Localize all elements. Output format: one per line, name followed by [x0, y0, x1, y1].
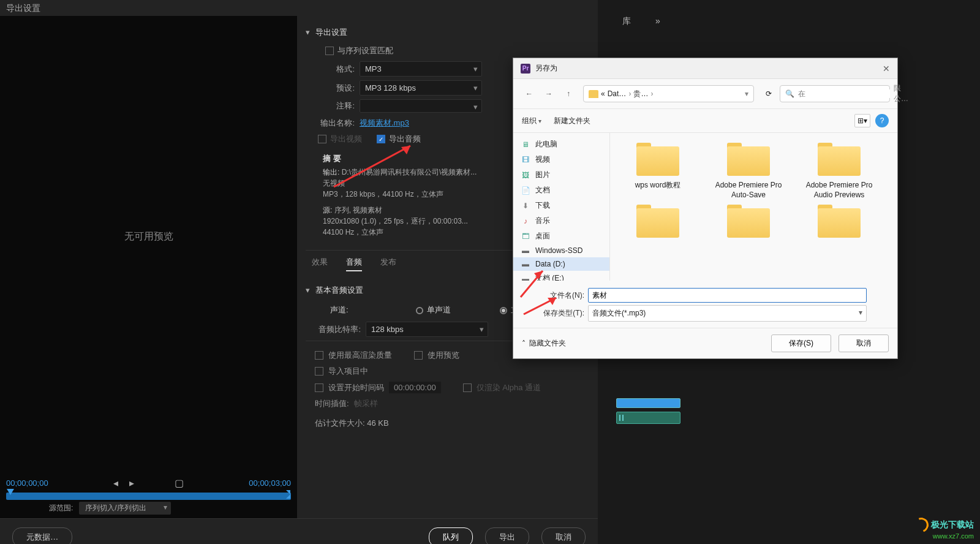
source-range-select[interactable]: 序列切入/序列切出	[79, 502, 170, 515]
filetype-select[interactable]: 音频文件(*.mp3)	[588, 305, 867, 322]
nav-forward-icon[interactable]: →	[540, 85, 557, 102]
tree-data-d[interactable]: ▬Data (D:)	[513, 257, 609, 271]
next-frame-icon[interactable]: ▸	[129, 477, 134, 489]
chevron-down-icon[interactable]: ▾	[745, 89, 748, 98]
time-start: 00;00;00;00	[6, 478, 48, 488]
nav-up-icon[interactable]: ↑	[560, 85, 577, 102]
comment-label: 注释:	[306, 100, 355, 111]
export-settings-section[interactable]: ▾导出设置	[306, 25, 594, 40]
max-quality-checkbox[interactable]	[315, 351, 323, 360]
tree-pictures[interactable]: 🖼图片	[513, 167, 609, 183]
source-range-label: 源范围:	[49, 503, 73, 513]
export-button-bar: 元数据… 队列 导出 取消	[0, 518, 598, 544]
max-quality-label: 使用最高渲染质量	[328, 350, 392, 361]
folder-grid: wps word教程 Adobe Premiere Pro Auto-Save …	[610, 133, 897, 281]
export-audio-checkbox[interactable]: ✓	[377, 135, 385, 143]
help-icon[interactable]: ?	[875, 114, 889, 127]
app-header: 库 »	[598, 0, 980, 43]
refresh-icon[interactable]: ⟳	[760, 85, 777, 102]
audio-clip[interactable]	[616, 412, 680, 424]
tree-windows-ssd[interactable]: ▬Windows-SSD	[513, 244, 609, 257]
nav-back-icon[interactable]: ←	[521, 85, 538, 102]
est-size-value: 46 KB	[367, 418, 388, 428]
new-folder-button[interactable]: 新建文件夹	[554, 116, 590, 126]
filename-label: 文件名(N):	[513, 290, 584, 301]
time-interp-select: 帧采样	[354, 398, 378, 409]
tab-publish[interactable]: 发布	[380, 257, 396, 271]
folder-tree: 🖥此电脑 🎞视频 🖼图片 📄文档 ⬇下载 ♪音乐 🗔桌面 ▬Windows-SS…	[513, 133, 610, 281]
bitrate-select[interactable]: 128 kbps	[366, 322, 488, 337]
preview-scrubber[interactable]	[6, 493, 291, 500]
tab-more[interactable]: »	[655, 16, 660, 27]
app-icon: Pr	[521, 64, 530, 74]
import-project-checkbox[interactable]	[315, 367, 323, 376]
tab-effects[interactable]: 效果	[312, 257, 328, 271]
filetype-label: 保存类型(T):	[513, 308, 584, 319]
prev-frame-icon[interactable]: ◂	[113, 477, 118, 489]
folder-item[interactable]: Adobe Premiere Pro Audio Previews	[796, 143, 882, 200]
match-sequence-checkbox[interactable]	[325, 47, 334, 55]
import-project-label: 导入项目中	[328, 366, 368, 377]
tree-music[interactable]: ♪音乐	[513, 213, 609, 229]
view-mode-button[interactable]: ⊞ ▾	[854, 114, 870, 127]
tree-documents[interactable]: 📄文档	[513, 183, 609, 198]
tree-this-pc[interactable]: 🖥此电脑	[513, 137, 609, 152]
radio-mono[interactable]: 单声道	[416, 304, 451, 315]
alpha-only-checkbox	[463, 383, 472, 392]
folder-icon	[589, 90, 598, 98]
preview-panel: 无可用预览 00;00;00;00 ◂ ▸ ▢ 00;00;03;00 源范围:…	[0, 16, 297, 518]
channel-label: 声道:	[330, 304, 367, 315]
organize-menu[interactable]: 组织	[522, 116, 541, 126]
save-as-dialog: Pr 另存为 ✕ ← → ↑ « Dat…› 贵…› ▾ ⟳ 🔍 限公… 组织 …	[513, 58, 898, 359]
watermark: 极光下载站 www.xz7.com	[914, 518, 974, 540]
folder-item[interactable]	[706, 205, 791, 243]
format-label: 格式:	[306, 64, 355, 75]
folder-item[interactable]	[796, 205, 882, 243]
metadata-button[interactable]: 元数据…	[12, 527, 72, 544]
cancel-button[interactable]: 取消	[541, 527, 586, 544]
close-icon[interactable]: ✕	[883, 64, 890, 74]
preset-select[interactable]: MP3 128 kbps	[360, 80, 482, 96]
export-video-checkbox[interactable]	[318, 135, 326, 143]
tree-video[interactable]: 🎞视频	[513, 152, 609, 167]
folder-item[interactable]: Adobe Premiere Pro Auto-Save	[706, 143, 791, 200]
folder-item[interactable]	[615, 205, 701, 243]
export-button[interactable]: 导出	[485, 527, 529, 544]
format-select[interactable]: MP3	[360, 61, 482, 77]
search-input[interactable]: 🔍 限公…	[780, 85, 890, 102]
preview-none-text: 无可用预览	[6, 22, 291, 451]
bitrate-label: 音频比特率:	[306, 324, 361, 335]
search-icon: 🔍	[785, 89, 794, 98]
filename-input[interactable]	[588, 288, 867, 303]
save-dialog-title: 另存为	[535, 63, 557, 74]
comment-input[interactable]	[360, 99, 482, 113]
folder-item[interactable]: wps word教程	[615, 143, 701, 200]
queue-button[interactable]: 队列	[429, 527, 473, 544]
breadcrumb[interactable]: « Dat…› 贵…› ▾	[583, 85, 754, 102]
tc-value[interactable]: 00:00:00:00	[389, 382, 441, 393]
output-name-label: 输出名称:	[306, 118, 355, 129]
tree-docs-e[interactable]: ▬文档 (E:)	[513, 271, 609, 281]
set-tc-label: 设置开始时间码	[328, 382, 384, 393]
output-name-link[interactable]: 视频素材.mp3	[360, 118, 409, 129]
export-dialog: 导出设置 无可用预览 00;00;00;00 ◂ ▸ ▢ 00;00;03;00…	[0, 0, 598, 544]
preset-label: 预设:	[306, 83, 355, 94]
video-clip[interactable]	[616, 398, 680, 408]
use-preview-checkbox[interactable]	[414, 351, 423, 360]
set-tc-checkbox[interactable]	[315, 383, 323, 392]
save-button[interactable]: 保存(S)	[771, 334, 831, 352]
time-end: 00;00;03;00	[249, 478, 291, 488]
export-video-label: 导出视频	[330, 134, 362, 145]
safe-margins-icon[interactable]: ▢	[175, 477, 184, 489]
hide-folders-toggle[interactable]: ˄隐藏文件夹	[522, 338, 566, 349]
tab-audio[interactable]: 音频	[346, 257, 362, 271]
export-title: 导出设置	[0, 0, 598, 16]
tree-desktop[interactable]: 🗔桌面	[513, 229, 609, 244]
tree-downloads[interactable]: ⬇下载	[513, 198, 609, 213]
alpha-only-label: 仅渲染 Alpha 通道	[477, 382, 541, 393]
use-preview-label: 使用预览	[428, 350, 459, 361]
cancel-save-button[interactable]: 取消	[839, 334, 889, 352]
match-sequence-label: 与序列设置匹配	[337, 45, 393, 56]
tab-library[interactable]: 库	[622, 16, 631, 27]
export-audio-label: 导出音频	[389, 134, 421, 145]
